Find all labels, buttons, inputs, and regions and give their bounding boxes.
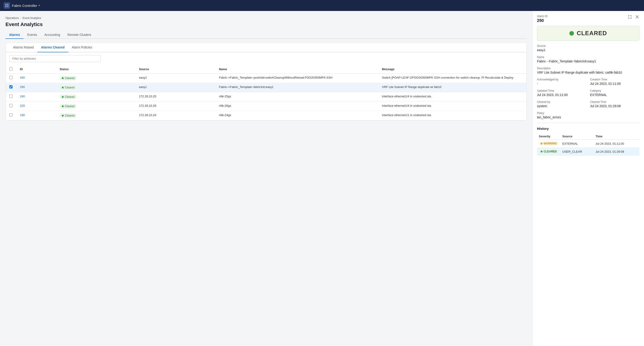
- row-id[interactable]: 220: [16, 102, 56, 111]
- svg-rect-0: [5, 4, 6, 5]
- history-severity: WARNING: [537, 140, 560, 148]
- main-tabs: Alarms Events Accounting Remote Clusters: [6, 31, 527, 39]
- status-dot: [62, 105, 64, 107]
- tab-accounting[interactable]: Accounting: [40, 31, 64, 39]
- alarms-card: Alarms Raised Alarms Cleared Alarm Polic…: [6, 43, 527, 121]
- col-status: Status: [56, 65, 135, 74]
- row-id[interactable]: 290: [16, 83, 56, 92]
- row-status: Cleared: [56, 83, 135, 92]
- sub-tab-alarms-cleared[interactable]: Alarms Cleared: [38, 43, 68, 52]
- table-row[interactable]: 240 Cleared 172.28.10.25 n9k-25gx Interf…: [6, 92, 526, 102]
- row-source: 172.28.10.26: [135, 102, 215, 111]
- row-name: Fabric->Fabric_Template~fabricInit:easy1: [215, 83, 378, 92]
- tab-events[interactable]: Events: [24, 31, 40, 39]
- row-checkbox[interactable]: [9, 76, 12, 79]
- time-grid: Acknowledged by - Creation Time Jul 24 2…: [537, 78, 640, 108]
- table-row[interactable]: 220 Cleared 172.28.10.26 n9k-26gx Interf…: [6, 102, 526, 111]
- updated-time-label: Updated Time: [537, 89, 586, 92]
- sub-tab-alarm-policies[interactable]: Alarm Policies: [68, 43, 96, 52]
- row-message: Interface ethernet1/1 in undesired sta: [378, 111, 526, 120]
- description-label: Description: [537, 67, 640, 70]
- tab-remote-clusters[interactable]: Remote Clusters: [64, 31, 95, 39]
- source-value: easy1: [537, 48, 640, 52]
- history-col-source: Source: [560, 133, 594, 140]
- row-source: 172.28.10.24: [135, 111, 215, 120]
- source-detail: Source easy1: [537, 44, 640, 52]
- history-row[interactable]: WARNING EXTERNAL Jul 24 2023, 01:11:00: [537, 140, 640, 148]
- row-name: Fabric->Fabric_Template~postAdd:switchCl…: [215, 74, 378, 83]
- description-value: VRF Lite Subnet IP Range duplicate with …: [537, 71, 640, 74]
- source-label: Source: [537, 44, 640, 48]
- cleared-by-detail: Cleared by system: [537, 100, 586, 108]
- panel-divider: [537, 123, 640, 123]
- acknowledged-by-detail: Acknowledged by -: [537, 78, 586, 85]
- sub-tab-alarms-raised[interactable]: Alarms Raised: [9, 43, 38, 52]
- row-checkbox[interactable]: [9, 113, 12, 117]
- cleared-status-text: CLEARED: [577, 30, 607, 37]
- policy-value: lan_fabric_errors: [537, 115, 640, 119]
- row-id[interactable]: 240: [16, 92, 56, 102]
- history-row[interactable]: CLEARED USER_CLEAR Jul 24 2023, 01:29:08: [537, 148, 640, 156]
- expand-panel-button[interactable]: [628, 15, 632, 20]
- col-name: Name: [215, 65, 378, 74]
- breadcrumb-separator: ›: [20, 17, 21, 20]
- name-label: Name: [537, 56, 640, 59]
- name-value: Fabric→Fabric_Template~fabricInit:easy1: [537, 59, 640, 63]
- row-source: easy1: [135, 74, 215, 83]
- row-checkbox-cell: [6, 83, 16, 92]
- row-checkbox[interactable]: [9, 85, 12, 88]
- updated-time-detail: Updated Time Jul 24 2023, 01:11:00: [537, 89, 586, 97]
- panel-alarm-id: Alarm ID 290: [537, 15, 548, 23]
- status-dot: [62, 115, 64, 117]
- cleared-time-detail: Cleared Time Jul 24 2023, 01:29:08: [590, 100, 640, 108]
- col-checkbox: [6, 65, 16, 74]
- history-source: USER_CLEAR: [560, 148, 594, 156]
- severity-dot: [540, 143, 542, 144]
- status-badge: Cleared: [60, 95, 77, 99]
- row-checkbox[interactable]: [9, 104, 12, 107]
- tab-alarms[interactable]: Alarms: [6, 31, 24, 39]
- filter-input[interactable]: [9, 55, 101, 62]
- close-panel-button[interactable]: [635, 15, 640, 20]
- category-label: Category: [590, 89, 640, 92]
- cleared-by-value: system: [537, 104, 586, 108]
- creation-time-detail: Creation Time Jul 24 2023, 01:11:00: [590, 78, 640, 85]
- breadcrumb-item-operations[interactable]: Operations: [6, 17, 19, 20]
- alarms-table: ID Status Source Name Message 340: [6, 65, 526, 120]
- table-row[interactable]: 340 Cleared easy1 Fabric->Fabric_Templat…: [6, 74, 526, 83]
- cleared-by-label: Cleared by: [537, 100, 586, 104]
- status-dot: [62, 77, 64, 79]
- history-col-time: Time: [594, 133, 640, 140]
- row-status: Cleared: [56, 102, 135, 111]
- history-col-severity: Severity: [537, 133, 560, 140]
- name-detail: Name Fabric→Fabric_Template~fabricInit:e…: [537, 56, 640, 63]
- acknowledged-by-value: -: [537, 82, 586, 85]
- table-container: ID Status Source Name Message 340: [6, 65, 526, 120]
- row-name: n9k-25gx: [215, 92, 378, 102]
- row-id[interactable]: 340: [16, 74, 56, 83]
- policy-detail: Policy lan_fabric_errors: [537, 111, 640, 119]
- updated-time-value: Jul 24 2023, 01:11:00: [537, 93, 586, 97]
- cleared-time-label: Cleared Time: [590, 100, 640, 104]
- status-badge: Cleared: [60, 76, 77, 80]
- panel-alarm-id-label: Alarm ID: [537, 15, 548, 18]
- history-table: Severity Source Time WARNING EXTERNAL Ju…: [537, 133, 640, 156]
- history-section: History Severity Source Time WARNING EXT: [532, 127, 644, 160]
- row-checkbox[interactable]: [9, 95, 12, 98]
- row-name: n9k-24gx: [215, 111, 378, 120]
- col-source: Source: [135, 65, 215, 74]
- table-row[interactable]: 190 Cleared 172.28.10.24 n9k-24gx Interf…: [6, 111, 526, 120]
- row-id[interactable]: 190: [16, 111, 56, 120]
- row-name: n9k-26gx: [215, 102, 378, 111]
- row-status: Cleared: [56, 92, 135, 102]
- breadcrumb-item-event-analytics[interactable]: Event Analytics: [22, 17, 41, 20]
- table-row[interactable]: 290 Cleared easy1 Fabric->Fabric_Templat…: [6, 83, 526, 92]
- description-detail: Description VRF Lite Subnet IP Range dup…: [537, 67, 640, 74]
- select-all-checkbox[interactable]: [9, 67, 12, 70]
- breadcrumb: Operations › Event Analytics: [6, 17, 527, 20]
- sub-tabs: Alarms Raised Alarms Cleared Alarm Polic…: [6, 43, 526, 52]
- acknowledged-by-label: Acknowledged by: [537, 78, 586, 81]
- row-message: Switch [POAP-LEAF-2/FDO20350MFK SSH conn…: [378, 74, 526, 83]
- row-source: easy1: [135, 83, 215, 92]
- alarm-detail-panel: Alarm ID 290 CLEARED: [532, 11, 644, 346]
